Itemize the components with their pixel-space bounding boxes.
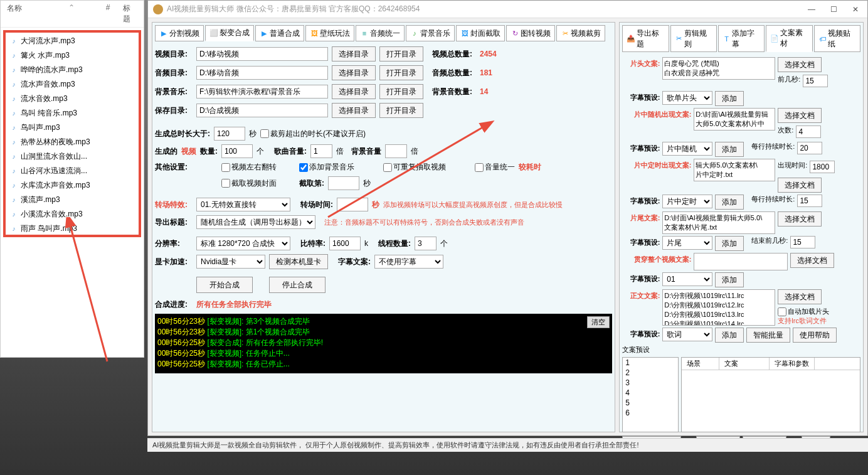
clear-log-button[interactable]: 清空 [587,316,610,328]
video-dir-input[interactable] [196,47,328,61]
add-bgm-checkbox[interactable]: 添加背景音乐 [299,162,354,173]
start-compose-button[interactable]: 开始合成 [196,277,253,293]
file-item[interactable]: ♪鸟叫 纯音乐.mp3 [7,106,137,120]
preset6-select[interactable]: 歌词 [662,328,712,341]
file-item[interactable]: ♪小溪流水音效.mp3 [7,207,137,221]
bitrate-input[interactable] [329,237,361,250]
close-button[interactable]: ✕ [849,4,862,15]
tab-壁纸玩法[interactable]: 🖼壁纸玩法 [305,25,354,41]
file-item[interactable]: ♪水库流水声音效.mp3 [7,178,137,193]
col-name[interactable]: 名称 [7,3,68,24]
tail-select-doc-button[interactable]: 选择文档 [778,211,822,227]
through-select-doc-button[interactable]: 选择文档 [790,253,834,268]
save-open-dir-button[interactable]: 打开目录 [379,103,423,118]
sort-indicator[interactable]: ⌃ [68,3,75,24]
tab-普通合成[interactable]: ▶普通合成 [255,25,304,41]
gpu-select[interactable]: Nvidia显卡 [196,255,265,269]
export-title-select[interactable]: 随机组合生成（调用导出标题） [196,215,315,229]
tail-text-input[interactable] [662,211,775,234]
end-sec-input[interactable] [790,236,815,248]
preset6-add-button[interactable]: 添加 [715,328,744,343]
mid-fixed-input[interactable] [694,159,775,181]
preset2-select[interactable]: 片中随机 [662,142,712,156]
times-input[interactable] [796,125,821,138]
total-duration-input[interactable] [214,127,245,141]
tab-音频统一[interactable]: ≡音频统一 [356,25,405,41]
file-item[interactable]: ♪溪流声.mp3 [7,193,137,207]
flip-checkbox[interactable]: 视频左右翻转 [221,162,277,173]
smart-batch-button[interactable]: 智能批量 [746,328,790,343]
transition-select[interactable]: 01.无特效直接转 [196,198,290,211]
each-dur-input[interactable] [797,142,822,154]
preset4-add-button[interactable]: 添加 [715,236,744,251]
subtitle-select[interactable]: 不使用字幕 [374,255,443,269]
body-select-doc-button[interactable]: 选择文档 [778,289,822,304]
preset2-add-button[interactable]: 添加 [715,142,744,157]
preset-table[interactable]: 场景 文案 字幕和参数 [681,357,860,432]
file-item[interactable]: ♪山谷河水迅速流淌... [7,164,137,178]
preset-list[interactable]: 123456 [622,357,679,432]
tab-剪辑规则[interactable]: ✂剪辑规则 [670,25,717,52]
preset3-select[interactable]: 片中定时 [662,195,712,208]
tab-视频贴纸[interactable]: 🏷视频贴纸 [814,25,860,52]
bgm-dir-input[interactable] [196,85,328,99]
preset-item[interactable]: 3 [623,378,678,388]
bgm-open-dir-button[interactable]: 打开目录 [379,84,423,99]
mid-fixed-select-doc-button[interactable]: 选择文档 [778,178,822,193]
body-text-input[interactable] [662,289,775,326]
preset-item[interactable]: 2 [623,368,678,378]
file-item[interactable]: ♪雨声 鸟叫声.mp3 [7,221,137,236]
tab-封面截取[interactable]: 🖼封面截取 [456,25,505,41]
bgm-select-dir-button[interactable]: 选择目录 [332,84,376,99]
detect-gpu-button[interactable]: 检测本机显卡 [269,254,328,269]
tab-背景音乐[interactable]: ♪背景音乐 [406,25,455,41]
through-text-input[interactable] [694,253,788,270]
file-item[interactable]: ♪大河流水声.mp3 [7,34,137,48]
video-select-dir-button[interactable]: 选择目录 [332,46,376,61]
audio-select-dir-button[interactable]: 选择目录 [332,65,376,80]
auto-load-head-checkbox[interactable]: 自动加载片头 [778,307,829,316]
appear-time-input[interactable] [810,161,835,173]
each-dur2-input[interactable] [797,195,822,207]
tab-文案素材[interactable]: 📄文案素材 [766,25,812,52]
save-select-dir-button[interactable]: 选择目录 [332,103,376,118]
file-item[interactable]: ♪流水音效.mp3 [7,92,137,106]
tab-分割视频[interactable]: ▶分割视频 [155,25,204,41]
audio-open-dir-button[interactable]: 打开目录 [379,65,423,80]
video-open-dir-button[interactable]: 打开目录 [379,46,423,61]
transition-time-input[interactable] [337,198,368,211]
file-list[interactable]: ♪大河流水声.mp3♪篝火 水声.mp3♪哗哗的流水声.mp3♪流水声音效.mp… [7,34,137,236]
log-console[interactable]: 清空 00时56分23秒 [裂变视频]: 第3个视频合成完毕00时56分23秒 … [155,314,612,373]
repeat-extract-checkbox[interactable]: 可重复抽取视频 [383,162,446,173]
tab-添加字幕[interactable]: T添加字幕 [718,25,765,52]
preset5-select[interactable]: 01 [662,272,712,286]
preset1-add-button[interactable]: 添加 [715,91,744,106]
gen-count-input[interactable] [221,144,253,158]
head-select-doc-button[interactable]: 选择文档 [778,57,822,72]
preset-item[interactable]: 5 [623,398,678,408]
first-sec-input[interactable] [803,75,828,87]
cover-frame-input[interactable] [328,176,359,190]
file-item[interactable]: ♪鸟叫声.mp3 [7,120,137,135]
file-item[interactable]: ♪哗哗的流水声.mp3 [7,63,137,77]
tab-图转视频[interactable]: ↻图转视频 [506,25,555,41]
file-item[interactable]: ♪流水声音效.mp3 [7,77,137,92]
preset3-add-button[interactable]: 添加 [715,195,744,210]
resolution-select[interactable]: 标准 1280*720 合成快 [196,237,290,250]
maximize-button[interactable]: ☐ [827,4,841,15]
volume-unify-checkbox[interactable]: 音量统一 [475,162,515,173]
audio-dir-input[interactable] [196,66,328,80]
tab-视频裁剪[interactable]: ✂视频裁剪 [556,25,605,41]
col-title[interactable]: 标题 [123,3,137,24]
tab-裂变合成[interactable]: ⬜裂变合成 [205,25,254,41]
cover-checkbox[interactable]: 截取视频封面 [221,178,277,189]
head-text-input[interactable] [662,57,775,80]
preset1-select[interactable]: 歌单片头 [662,91,712,105]
preset4-select[interactable]: 片尾 [662,236,712,250]
mid-random-select-doc-button[interactable]: 选择文档 [778,108,822,123]
save-dir-input[interactable] [196,104,328,117]
preset-item[interactable]: 4 [623,388,678,398]
minimize-button[interactable]: — [804,4,819,15]
preset-item[interactable]: 1 [623,358,678,368]
tab-导出标题[interactable]: 📤导出标题 [622,25,669,52]
